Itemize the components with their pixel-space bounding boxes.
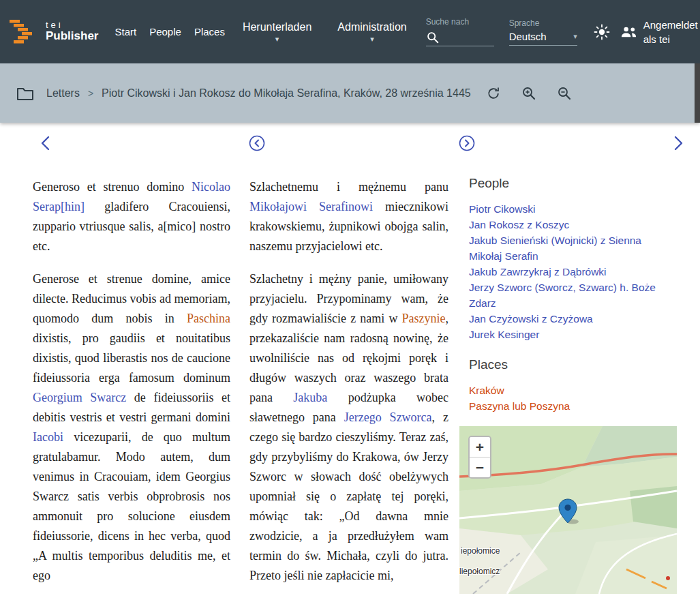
next-page-chevron[interactable] bbox=[669, 134, 686, 152]
text-segment: Szlachetnemu i mężnemu panu bbox=[249, 180, 448, 194]
chevron-down-icon: ▾ bbox=[275, 35, 279, 42]
theme-toggle-button[interactable] bbox=[594, 24, 610, 40]
person-link[interactable]: Jakub Zawrzykraj z Dąbrówki bbox=[469, 264, 677, 280]
scrollbar-thumb[interactable] bbox=[695, 63, 700, 123]
place-link[interactable]: Paszynie bbox=[402, 312, 446, 325]
language-label: Sprache bbox=[509, 18, 577, 28]
document-view: Generoso et strenuo domino Nicolao Serap… bbox=[0, 123, 700, 600]
next-column-button[interactable] bbox=[458, 134, 476, 152]
person-link[interactable]: Mikołaj Serafin bbox=[469, 248, 677, 264]
nav-start[interactable]: Start bbox=[115, 26, 136, 38]
zoom-in-button[interactable] bbox=[521, 86, 536, 101]
places-heading: Places bbox=[469, 357, 677, 372]
text-segment: Generoso et strenuo domino bbox=[33, 180, 192, 194]
person-link[interactable]: Jerzego Szworca bbox=[344, 410, 432, 424]
content-columns: Generoso et strenuo domino Nicolao Serap… bbox=[33, 177, 677, 599]
metadata-sidebar: People Piotr CikowskiJan Rokosz z Koszyc… bbox=[469, 177, 677, 594]
tei-publisher-logo-icon bbox=[10, 18, 40, 46]
paragraph: Szlachetny i mężny panie, umiłowany przy… bbox=[249, 269, 448, 586]
sun-icon bbox=[594, 24, 610, 40]
reload-button[interactable] bbox=[486, 86, 501, 101]
breadcrumb-bar: Letters > Piotr Cikowski i Jan Rokosz do… bbox=[0, 63, 700, 123]
language-selected: Deutsch bbox=[509, 31, 547, 42]
map-zoom-control: + − bbox=[468, 436, 491, 479]
people-heading: People bbox=[469, 176, 677, 191]
map-zoom-in-button[interactable]: + bbox=[470, 437, 490, 457]
people-list: Piotr CikowskiJan Rokosz z KoszycJakub S… bbox=[469, 201, 677, 342]
paragraph: Generose et strenue domine, amice dilect… bbox=[33, 269, 230, 586]
refresh-icon bbox=[486, 86, 501, 101]
text-segment: vicezuparii, de quo multum gratulabamur.… bbox=[33, 430, 230, 582]
breadcrumb-root[interactable]: Letters bbox=[46, 87, 80, 100]
person-link[interactable]: Iacobi bbox=[33, 430, 63, 444]
place-link[interactable]: Paschina bbox=[187, 312, 230, 325]
app-logo[interactable]: tei Publisher bbox=[10, 18, 98, 46]
logo-publisher-text: Publisher bbox=[46, 30, 98, 43]
text-segment: , z czego się bardzo cieszyliśmy. Teraz … bbox=[249, 410, 448, 582]
top-navbar: tei Publisher Start People Places Herunt… bbox=[0, 0, 700, 63]
map-zoom-out-button[interactable]: − bbox=[470, 457, 490, 477]
toolbar-actions bbox=[486, 86, 572, 101]
person-link[interactable]: Jan Rokosz z Koszyc bbox=[469, 217, 677, 232]
search-icon[interactable] bbox=[426, 31, 440, 44]
person-link[interactable]: Jurek Kesinger bbox=[469, 327, 677, 342]
nav-places[interactable]: Places bbox=[194, 26, 225, 38]
zoom-out-button[interactable] bbox=[557, 86, 572, 101]
map-place-label: liepołomicz bbox=[459, 567, 500, 576]
polish-text-column: Szlachetnemu i mężnemu panu Mikołajowi S… bbox=[249, 177, 448, 599]
person-link[interactable]: Jan Czyżowski z Czyżowa bbox=[469, 311, 677, 327]
nav-herunterladen[interactable]: Herunterladen ▾ bbox=[243, 21, 311, 42]
search-input[interactable] bbox=[442, 29, 494, 44]
person-link[interactable]: Piotr Cikowski bbox=[469, 201, 677, 217]
search-box: Suche nach bbox=[426, 17, 494, 46]
zoom-in-icon bbox=[521, 86, 536, 101]
nav-people[interactable]: People bbox=[149, 26, 181, 38]
place-link[interactable]: Kraków bbox=[469, 382, 677, 398]
previous-column-button[interactable] bbox=[248, 134, 266, 152]
toc-button[interactable] bbox=[16, 86, 34, 101]
document-title: Piotr Cikowski i Jan Rokosz do Mikołaja … bbox=[102, 87, 471, 100]
chevron-down-icon: ▾ bbox=[370, 35, 374, 42]
logo-tei-text: tei bbox=[46, 20, 98, 30]
previous-page-chevron[interactable] bbox=[38, 134, 55, 152]
breadcrumb-separator: > bbox=[88, 88, 93, 99]
person-link[interactable]: Georgium Swarcz bbox=[33, 391, 126, 404]
text-segment: dixistis, pro gaudiis et nouitatibus dix… bbox=[33, 331, 230, 385]
person-link[interactable]: Jakub Sienieński (Wojnicki) z Sienna bbox=[469, 232, 677, 248]
chevron-down-icon: ▾ bbox=[573, 32, 577, 41]
paragraph: Szlachetnemu i mężnemu panu Mikołajowi S… bbox=[249, 177, 448, 256]
zoom-out-icon bbox=[557, 86, 572, 101]
logo-text: tei Publisher bbox=[46, 20, 98, 43]
folder-icon bbox=[16, 86, 34, 101]
language-box: Sprache Deutsch ▾ bbox=[509, 18, 577, 46]
account-info[interactable]: Angemeldet als tei bbox=[620, 18, 700, 46]
account-label: Angemeldet als tei bbox=[643, 18, 700, 46]
place-link[interactable]: Paszyna lub Poszyna bbox=[469, 398, 677, 414]
language-select[interactable]: Deutsch ▾ bbox=[509, 31, 577, 46]
search-label: Suche nach bbox=[426, 17, 494, 27]
paragraph: Generoso et strenuo domino Nicolao Serap… bbox=[33, 177, 230, 256]
person-link[interactable]: Jerzy Szworc (Sworcz, Szwarc) h. Boże Zd… bbox=[469, 280, 677, 311]
map[interactable]: + − iepołomice liepołomicz bbox=[459, 426, 677, 594]
nav-herunterladen-label: Herunterladen bbox=[243, 21, 311, 33]
nav-administration[interactable]: Administration ▾ bbox=[337, 21, 406, 42]
main-nav: Start People Places bbox=[115, 26, 224, 38]
people-icon bbox=[620, 26, 638, 38]
person-link[interactable]: Jakuba bbox=[293, 391, 327, 404]
map-place-label: iepołomice bbox=[461, 546, 500, 556]
person-link[interactable]: Mikołajowi Serafinowi bbox=[249, 200, 373, 213]
latin-text-column: Generoso et strenuo domino Nicolao Serap… bbox=[33, 177, 230, 599]
places-list: KrakówPaszyna lub Poszyna bbox=[469, 382, 677, 414]
nav-administration-label: Administration bbox=[337, 21, 406, 33]
